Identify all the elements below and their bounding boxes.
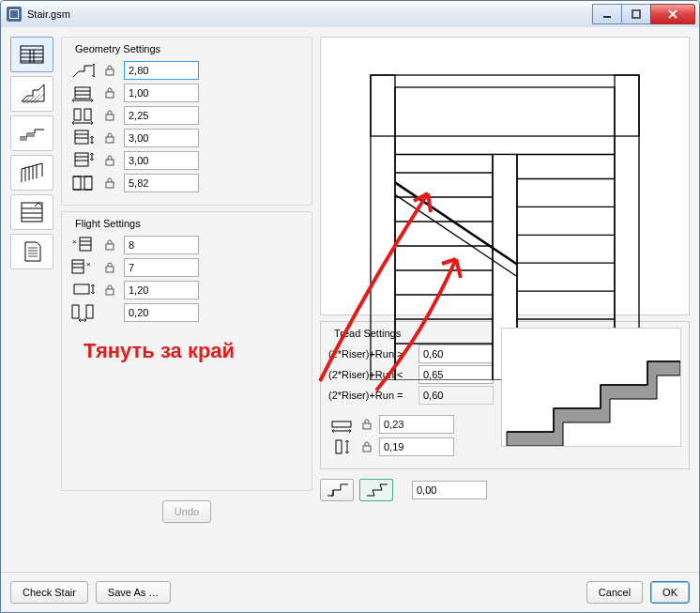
lower-steps-icon: × bbox=[69, 235, 96, 255]
ok-button[interactable]: OK bbox=[650, 581, 690, 604]
svg-rect-0 bbox=[603, 16, 611, 18]
lock-icon[interactable] bbox=[103, 238, 116, 252]
lock-icon[interactable] bbox=[103, 131, 116, 145]
svg-rect-28 bbox=[106, 69, 114, 75]
geom-row-0: 2,80 bbox=[69, 60, 304, 81]
width-flight-icon bbox=[69, 83, 96, 103]
svg-rect-65 bbox=[106, 289, 114, 295]
section-preview[interactable] bbox=[501, 328, 681, 447]
flight-row-1: × 7 bbox=[69, 257, 304, 278]
svg-rect-72 bbox=[395, 87, 615, 155]
run-input[interactable]: 0,23 bbox=[379, 415, 454, 434]
lower-depth-icon bbox=[69, 128, 96, 148]
flight-row-3: 0,20 bbox=[69, 302, 304, 323]
flight-input-2[interactable]: 1,20 bbox=[124, 281, 199, 299]
svg-rect-66 bbox=[72, 305, 79, 318]
svg-rect-29 bbox=[75, 87, 90, 99]
client-area: Geometry Settings 2,80 1,00 2,25 bbox=[1, 27, 699, 612]
mode-2d-button[interactable] bbox=[10, 37, 53, 72]
maximize-button[interactable] bbox=[621, 4, 651, 24]
nosing-row: 0,00 bbox=[320, 479, 690, 501]
svg-rect-70 bbox=[371, 75, 395, 380]
cancel-button[interactable]: Cancel bbox=[586, 581, 643, 604]
flight-input-3[interactable]: 0,20 bbox=[124, 303, 199, 322]
geom-row-4: 3,00 bbox=[69, 150, 304, 171]
svg-rect-43 bbox=[75, 153, 88, 166]
flight-title: Flight Settings bbox=[71, 218, 145, 229]
lock-icon[interactable] bbox=[103, 176, 116, 190]
svg-rect-2 bbox=[21, 46, 43, 63]
footer: Check Stair Save As … Cancel OK bbox=[1, 572, 699, 612]
svg-rect-14 bbox=[27, 133, 35, 137]
svg-rect-13 bbox=[20, 137, 27, 141]
save-as-button[interactable]: Save As … bbox=[96, 581, 171, 604]
flight-row-2: 1,20 bbox=[69, 280, 304, 300]
flight-input-1[interactable]: 7 bbox=[124, 258, 199, 277]
svg-rect-52 bbox=[106, 182, 114, 188]
check-stair-button[interactable]: Check Stair bbox=[10, 581, 88, 604]
window-title: Stair.gsm bbox=[27, 8, 593, 20]
svg-rect-54 bbox=[80, 238, 91, 251]
svg-rect-57 bbox=[106, 244, 114, 250]
lock-icon[interactable] bbox=[360, 440, 373, 453]
svg-rect-38 bbox=[75, 130, 88, 144]
flight-input-0[interactable]: 8 bbox=[124, 236, 199, 254]
svg-rect-47 bbox=[106, 160, 114, 165]
riser-input[interactable]: 0,19 bbox=[379, 437, 454, 456]
svg-rect-62 bbox=[106, 267, 114, 272]
svg-rect-69 bbox=[371, 75, 639, 136]
riser-icon bbox=[328, 437, 355, 457]
nosing-style-a-button[interactable] bbox=[320, 479, 354, 501]
svg-text:×: × bbox=[72, 238, 77, 246]
upper-steps-icon: × bbox=[69, 257, 96, 278]
formula-output-2: 0,60 bbox=[418, 386, 494, 405]
mode-doc-button[interactable] bbox=[10, 234, 53, 269]
svg-rect-19 bbox=[22, 203, 42, 222]
total-depth-icon bbox=[69, 173, 96, 193]
lock-icon[interactable] bbox=[103, 261, 116, 274]
titlebar: Stair.gsm bbox=[1, 1, 699, 28]
nosing-style-b-button[interactable] bbox=[359, 479, 393, 501]
plan-preview[interactable] bbox=[320, 37, 690, 315]
geom-input-2[interactable]: 2,25 bbox=[124, 106, 199, 125]
upper-depth-icon bbox=[69, 150, 96, 171]
svg-line-10 bbox=[27, 96, 35, 103]
minimize-button[interactable] bbox=[592, 4, 622, 24]
undo-button[interactable]: Undo bbox=[162, 500, 211, 523]
lock-icon[interactable] bbox=[360, 418, 373, 431]
svg-rect-96 bbox=[336, 440, 342, 453]
svg-rect-37 bbox=[106, 115, 114, 120]
tread-dim-row-1: 0,19 bbox=[328, 437, 494, 457]
svg-rect-98 bbox=[363, 446, 371, 452]
overall-width-icon bbox=[69, 105, 96, 126]
lock-icon[interactable] bbox=[103, 86, 116, 100]
lock-icon[interactable] bbox=[103, 284, 116, 297]
dialog-window: Stair.gsm bbox=[0, 0, 700, 613]
geom-row-2: 2,25 bbox=[69, 105, 304, 126]
formula-label-2: (2*Riser)+Run = bbox=[328, 390, 413, 401]
lock-icon[interactable] bbox=[103, 109, 116, 122]
mode-list-button[interactable] bbox=[10, 194, 53, 230]
mode-railing-button[interactable] bbox=[10, 155, 53, 191]
geom-input-0[interactable]: 2,80 bbox=[124, 61, 199, 80]
geometry-group: Geometry Settings 2,80 1,00 2,25 bbox=[61, 37, 312, 206]
nosing-input[interactable]: 0,00 bbox=[412, 481, 487, 499]
geom-input-3[interactable]: 3,00 bbox=[124, 129, 199, 147]
geom-input-1[interactable]: 1,00 bbox=[124, 84, 199, 102]
geom-row-1: 1,00 bbox=[69, 83, 304, 103]
mode-nav bbox=[10, 37, 53, 603]
tread-dim-row-0: 0,23 bbox=[328, 414, 494, 435]
flight-group: Flight Settings × 8 × 7 1,20 bbox=[61, 211, 312, 491]
geom-input-5[interactable]: 5,82 bbox=[124, 174, 199, 192]
geom-row-5: 5,82 bbox=[69, 173, 304, 193]
close-button[interactable] bbox=[650, 4, 695, 24]
settings-panel: Geometry Settings 2,80 1,00 2,25 bbox=[61, 37, 312, 603]
geom-row-3: 3,00 bbox=[69, 128, 304, 148]
geom-input-4[interactable]: 3,00 bbox=[124, 151, 199, 170]
mode-section-button[interactable] bbox=[10, 76, 53, 112]
lock-icon[interactable] bbox=[103, 64, 116, 77]
lock-icon[interactable] bbox=[103, 154, 116, 167]
mode-side-button[interactable] bbox=[10, 115, 53, 151]
geometry-title: Geometry Settings bbox=[71, 43, 164, 54]
gap-icon bbox=[69, 302, 96, 323]
